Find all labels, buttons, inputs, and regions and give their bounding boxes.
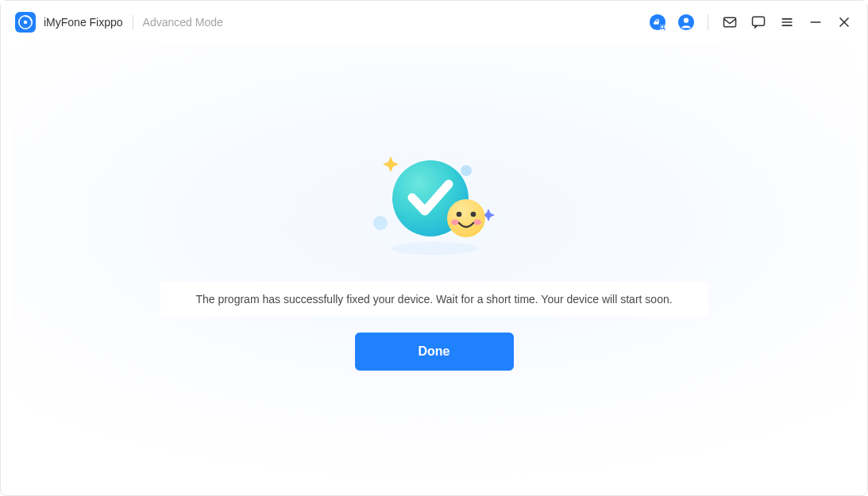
mail-icon[interactable]	[721, 13, 739, 31]
svg-point-22	[456, 212, 461, 217]
svg-point-23	[470, 212, 476, 217]
app-title: iMyFone Fixppo	[44, 16, 123, 29]
app-logo-icon	[15, 12, 36, 33]
content-area: The program has successfully fixed your …	[10, 44, 858, 486]
svg-point-24	[451, 220, 459, 225]
titlebar-separator	[708, 14, 708, 30]
svg-point-21	[447, 199, 485, 237]
close-icon[interactable]	[835, 13, 853, 31]
svg-point-18	[461, 165, 472, 176]
titlebar-icons	[649, 13, 853, 31]
svg-point-2	[24, 21, 27, 24]
app-window: iMyFone Fixppo Advanced Mode	[0, 0, 868, 496]
svg-line-6	[664, 29, 665, 30]
svg-point-17	[373, 216, 388, 230]
svg-point-20	[391, 242, 478, 255]
titlebar: iMyFone Fixppo Advanced Mode	[1, 1, 867, 44]
success-illustration	[355, 147, 514, 258]
minimize-icon[interactable]	[807, 13, 824, 31]
svg-point-8	[684, 18, 689, 23]
music-search-icon[interactable]	[649, 13, 666, 31]
chat-icon[interactable]	[750, 13, 767, 31]
mode-label: Advanced Mode	[143, 16, 223, 29]
svg-rect-10	[753, 17, 765, 25]
svg-rect-9	[724, 17, 736, 27]
title-separator	[133, 15, 133, 29]
account-icon[interactable]	[677, 13, 695, 31]
done-button[interactable]: Done	[355, 333, 514, 371]
status-message: The program has successfully fixed your …	[160, 282, 708, 317]
menu-icon[interactable]	[778, 13, 796, 31]
svg-point-25	[473, 220, 481, 225]
